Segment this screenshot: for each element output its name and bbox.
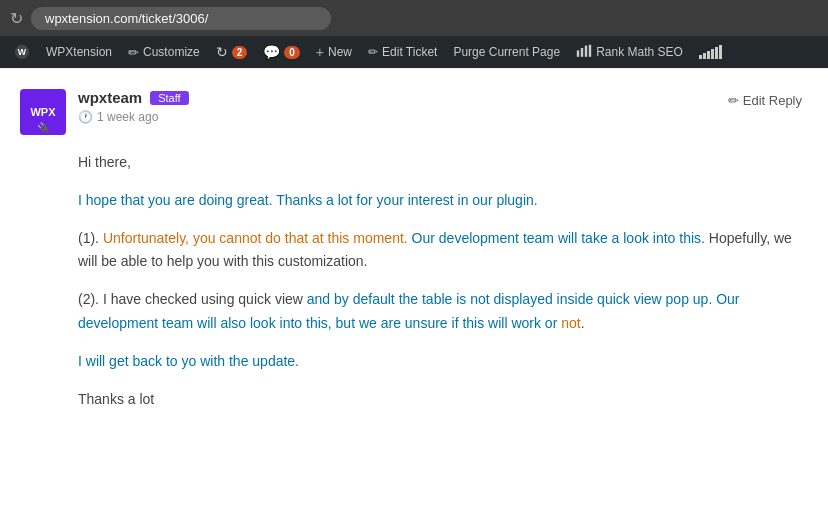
- rankmath-label: Rank Math SEO: [596, 45, 683, 59]
- reply-line-1: Hi there,: [78, 151, 808, 175]
- avatar-plug-icon: 🔌: [37, 122, 49, 133]
- line3-orange: Unfortunately, you cannot do that at thi…: [103, 230, 408, 246]
- rankmath-icon: [576, 44, 592, 60]
- browser-chrome: ↻ wpxtension.com/ticket/3006/: [0, 0, 828, 36]
- staff-badge: Staff: [150, 91, 188, 105]
- site-name-item[interactable]: WPXtension: [38, 36, 120, 68]
- customize-icon: ✏: [128, 45, 139, 60]
- svg-rect-5: [589, 45, 591, 57]
- pencil-icon: ✏: [368, 45, 378, 59]
- line4-suffix: .: [581, 315, 585, 331]
- purge-item[interactable]: Purge Current Page: [445, 36, 568, 68]
- address-bar[interactable]: wpxtension.com/ticket/3006/: [31, 7, 331, 30]
- plus-icon: +: [316, 44, 324, 60]
- signal-bars-item: [691, 36, 730, 68]
- new-item[interactable]: + New: [308, 36, 360, 68]
- updates-item[interactable]: ↻ 2: [208, 36, 256, 68]
- line5-text: I will get back to yo with the update.: [78, 353, 299, 369]
- avatar: WPX 🔌: [20, 89, 66, 135]
- line3-prefix: (1).: [78, 230, 103, 246]
- site-name-label: WPXtension: [46, 45, 112, 59]
- clock-icon: 🕐: [78, 110, 93, 124]
- updates-icon: ↻: [216, 44, 228, 60]
- line4-blue1: and by default the table is not displaye…: [307, 291, 713, 307]
- svg-rect-2: [577, 50, 579, 56]
- comments-item[interactable]: 💬 0: [255, 36, 308, 68]
- edit-ticket-item[interactable]: ✏ Edit Ticket: [360, 36, 445, 68]
- reply-author-section: WPX 🔌 wpxteam Staff 🕐 1 week ago: [20, 89, 189, 135]
- reply-line-4: (2). I have checked using quick view and…: [78, 288, 808, 336]
- url-text: wpxtension.com/ticket/3006/: [45, 11, 208, 26]
- edit-reply-label: Edit Reply: [743, 93, 802, 108]
- line4-prefix: (2). I have checked using quick view: [78, 291, 307, 307]
- rankmath-item[interactable]: Rank Math SEO: [568, 36, 691, 68]
- wp-logo-icon: W: [14, 44, 30, 60]
- reply-body: Hi there, I hope that you are doing grea…: [78, 151, 808, 411]
- author-name: wpxteam: [78, 89, 142, 106]
- signal-bars-icon: [699, 45, 722, 59]
- comments-icon: 💬: [263, 44, 280, 60]
- updates-badge: 2: [232, 46, 248, 59]
- reply-time-label: 1 week ago: [97, 110, 158, 124]
- edit-ticket-label: Edit Ticket: [382, 45, 437, 59]
- wp-admin-bar: W WPXtension ✏ Customize ↻ 2 💬 0 + New ✏…: [0, 36, 828, 68]
- svg-rect-4: [585, 46, 587, 57]
- reply-header: WPX 🔌 wpxteam Staff 🕐 1 week ago ✏ Edit …: [20, 89, 808, 135]
- reply-line-6: Thanks a lot: [78, 388, 808, 412]
- wp-logo-item[interactable]: W: [6, 36, 38, 68]
- customize-item[interactable]: ✏ Customize: [120, 36, 208, 68]
- purge-label: Purge Current Page: [453, 45, 560, 59]
- line2-text: I hope that you are doing great. Thanks …: [78, 192, 538, 208]
- comments-badge: 0: [284, 46, 300, 59]
- ticket-content: WPX 🔌 wpxteam Staff 🕐 1 week ago ✏ Edit …: [0, 68, 828, 445]
- reply-line-5: I will get back to yo with the update.: [78, 350, 808, 374]
- edit-icon: ✏: [728, 93, 739, 108]
- refresh-icon[interactable]: ↻: [10, 9, 23, 28]
- reply-line-2: I hope that you are doing great. Thanks …: [78, 189, 808, 213]
- svg-rect-3: [581, 48, 583, 57]
- reply-time: 🕐 1 week ago: [78, 110, 189, 124]
- reply-line-3: (1). Unfortunately, you cannot do that a…: [78, 227, 808, 275]
- line4-orange: not: [561, 315, 580, 331]
- avatar-text: WPX: [30, 106, 55, 118]
- line1-text: Hi there,: [78, 154, 131, 170]
- author-name-row: wpxteam Staff: [78, 89, 189, 106]
- new-label: New: [328, 45, 352, 59]
- author-info: wpxteam Staff 🕐 1 week ago: [78, 89, 189, 124]
- line6-text: Thanks a lot: [78, 391, 154, 407]
- svg-text:W: W: [18, 47, 27, 57]
- line3-blue: Our development team will take a look in…: [408, 230, 705, 246]
- edit-reply-button[interactable]: ✏ Edit Reply: [722, 89, 808, 112]
- customize-label: Customize: [143, 45, 200, 59]
